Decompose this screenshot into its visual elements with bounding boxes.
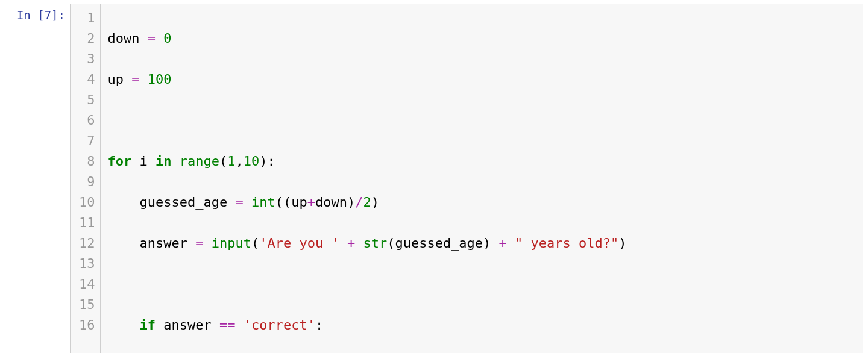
code-line[interactable]: down = 0 xyxy=(108,28,856,49)
line-number: 8 xyxy=(79,151,95,172)
code-line[interactable] xyxy=(108,274,856,295)
notebook-code-cell: In [7]: 1 2 3 4 5 6 7 8 9 10 11 12 13 14… xyxy=(0,0,868,353)
code-input-area[interactable]: 1 2 3 4 5 6 7 8 9 10 11 12 13 14 15 16 d… xyxy=(70,4,863,353)
line-number: 4 xyxy=(79,69,95,90)
prompt-label: In xyxy=(17,8,37,22)
prompt-execution-count: 7 xyxy=(45,8,51,22)
input-prompt: In [7]: xyxy=(5,4,70,21)
line-number: 3 xyxy=(79,49,95,69)
line-number: 14 xyxy=(79,274,95,295)
line-number: 6 xyxy=(79,110,95,131)
line-number-gutter: 1 2 3 4 5 6 7 8 9 10 11 12 13 14 15 16 xyxy=(71,4,101,353)
code-line[interactable]: answer = input('Are you ' + str(guessed_… xyxy=(108,233,856,254)
line-number: 7 xyxy=(79,131,95,151)
line-number: 5 xyxy=(79,90,95,110)
code-line[interactable]: guessed_age = int((up+down)/2) xyxy=(108,192,856,213)
line-number: 15 xyxy=(79,295,95,315)
line-number: 12 xyxy=(79,233,95,254)
line-number: 2 xyxy=(79,28,95,49)
line-number: 11 xyxy=(79,213,95,233)
line-number: 1 xyxy=(79,8,95,28)
code-line[interactable]: if answer == 'correct': xyxy=(108,315,856,336)
line-number: 9 xyxy=(79,172,95,192)
code-editor[interactable]: down = 0 up = 100 for i in range(1,10): … xyxy=(101,4,863,353)
line-number: 13 xyxy=(79,254,95,274)
code-line[interactable] xyxy=(108,110,856,131)
code-line[interactable]: up = 100 xyxy=(108,69,856,90)
line-number: 10 xyxy=(79,192,95,213)
line-number: 16 xyxy=(79,315,95,336)
code-line[interactable]: for i in range(1,10): xyxy=(108,151,856,172)
